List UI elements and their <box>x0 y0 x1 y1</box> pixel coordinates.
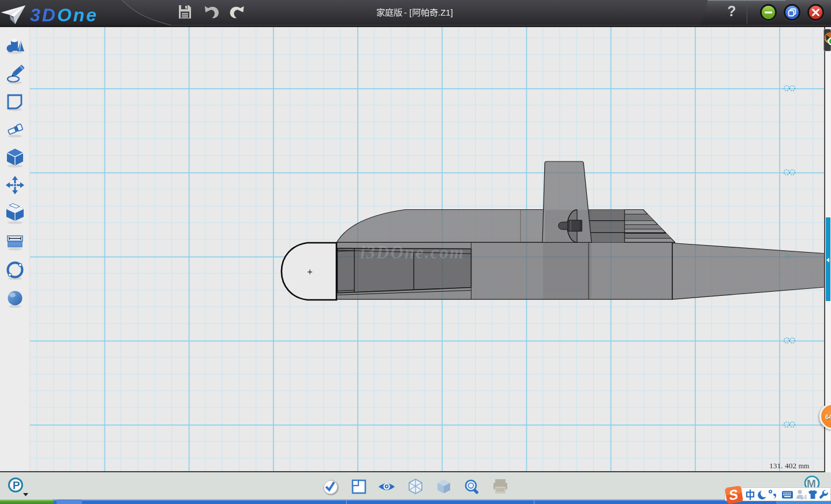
svg-text:3DOne: 3DOne <box>30 5 98 25</box>
svg-text:i3DOne.com: i3DOne.com <box>360 242 465 262</box>
svg-text:P: P <box>13 479 20 491</box>
svg-text:14: 14 <box>800 494 807 501</box>
svg-text:- [: - [ <box>404 7 412 17</box>
svg-text:.Z1]: .Z1] <box>438 7 453 17</box>
